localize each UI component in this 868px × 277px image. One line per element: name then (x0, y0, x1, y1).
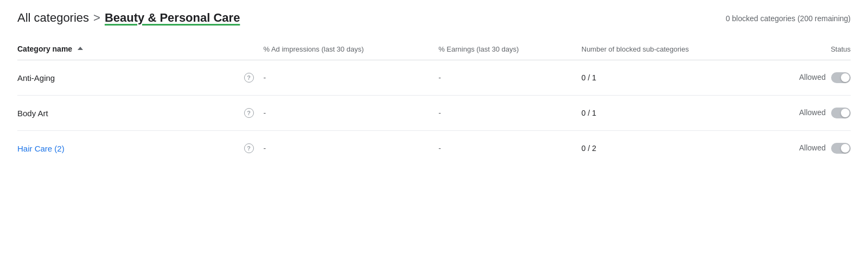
blocked-subcategories-cell: 0 / 2 (582, 131, 768, 166)
blocked-subcategories-cell: 0 / 1 (582, 60, 768, 96)
ad-impressions-cell: - (264, 131, 439, 166)
table-row: Body Art?--0 / 1Allowed (17, 96, 851, 131)
status-cell: Allowed (768, 60, 851, 96)
earnings-cell: - (438, 131, 582, 166)
help-icon-cell: ? (244, 96, 264, 131)
status-cell: Allowed (768, 96, 851, 131)
category-name-header[interactable]: Category name (17, 45, 255, 53)
status-header: Status (768, 38, 851, 60)
breadcrumb: All categories > Beauty & Personal Care (17, 11, 240, 25)
main-container: All categories > Beauty & Personal Care … (0, 0, 868, 177)
category-name-cell: Body Art (17, 96, 244, 131)
status-cell: Allowed (768, 131, 851, 166)
help-icon[interactable]: ? (244, 73, 254, 83)
ad-impressions-header: % Ad impressions (last 30 days) (264, 38, 439, 60)
category-name-header-label: Category name (17, 45, 72, 53)
table-row: Anti-Aging?--0 / 1Allowed (17, 60, 851, 96)
categories-table: Category name % Ad impressions (last 30 … (17, 38, 851, 166)
page-header: All categories > Beauty & Personal Care … (17, 11, 851, 25)
status-toggle[interactable] (831, 72, 851, 83)
status-toggle[interactable] (831, 108, 851, 118)
help-icon-cell: ? (244, 60, 264, 96)
category-name-cell: Anti-Aging (17, 60, 244, 96)
category-name-cell: Hair Care (2) (17, 131, 244, 166)
blocked-subcategories-cell: 0 / 1 (582, 96, 768, 131)
sort-icon[interactable] (78, 47, 83, 50)
status-label: Allowed (799, 108, 826, 117)
help-icon-cell: ? (244, 131, 264, 166)
blocked-subcategories-header: Number of blocked sub-categories (582, 38, 768, 60)
category-name-link[interactable]: Hair Care (2) (17, 144, 65, 153)
breadcrumb-separator: > (93, 11, 100, 25)
earnings-cell: - (438, 96, 582, 131)
ad-impressions-cell: - (264, 60, 439, 96)
help-icon[interactable]: ? (244, 108, 254, 118)
status-label: Allowed (799, 73, 826, 81)
earnings-cell: - (438, 60, 582, 96)
help-icon[interactable]: ? (244, 143, 254, 153)
earnings-header: % Earnings (last 30 days) (438, 38, 582, 60)
status-label: Allowed (799, 143, 826, 152)
ad-impressions-cell: - (264, 96, 439, 131)
table-row: Hair Care (2)?--0 / 2Allowed (17, 131, 851, 166)
breadcrumb-current-category: Beauty & Personal Care (105, 11, 240, 25)
breadcrumb-all-categories[interactable]: All categories (17, 11, 89, 25)
blocked-categories-info: 0 blocked categories (200 remaining) (726, 11, 851, 23)
status-toggle[interactable] (831, 143, 851, 154)
